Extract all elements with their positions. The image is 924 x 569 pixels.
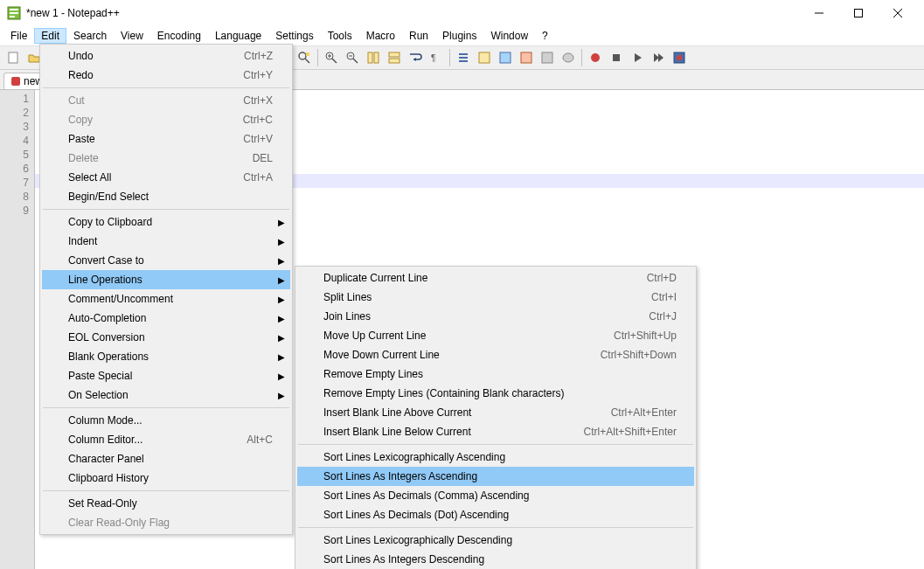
sync-h-icon[interactable] xyxy=(385,48,404,67)
play-macro-icon[interactable] xyxy=(628,48,647,67)
edit-item-paste[interactable]: PasteCtrl+V xyxy=(42,129,290,149)
menu-tools[interactable]: Tools xyxy=(321,28,359,44)
edit-item-character-panel[interactable]: Character Panel xyxy=(42,449,290,468)
menu-file[interactable]: File xyxy=(3,28,34,44)
play-multi-icon[interactable] xyxy=(649,48,668,67)
zoom-in-icon[interactable] xyxy=(322,48,341,67)
unsaved-indicator-icon xyxy=(11,77,20,86)
menu-item-shortcut: Ctrl+D xyxy=(647,272,677,284)
menu-bar: FileEditSearchViewEncodingLanguageSettin… xyxy=(0,26,924,45)
zoom-out-icon[interactable] xyxy=(343,48,362,67)
app-icon xyxy=(7,6,21,20)
folder-workspace-icon[interactable] xyxy=(559,48,578,67)
lineops-item-move-up-current-line[interactable]: Move Up Current LineCtrl+Shift+Up xyxy=(297,326,694,345)
sync-v-icon[interactable] xyxy=(364,48,383,67)
save-macro-icon[interactable] xyxy=(670,48,689,67)
svg-rect-2 xyxy=(10,12,18,14)
menu-[interactable]: ? xyxy=(535,28,555,44)
lineops-item-join-lines[interactable]: Join LinesCtrl+J xyxy=(297,307,694,326)
edit-item-begin-end-select[interactable]: Begin/End Select xyxy=(42,187,290,206)
edit-item-undo[interactable]: UndoCtrl+Z xyxy=(42,46,290,66)
menu-item-shortcut: Ctrl+X xyxy=(243,94,273,107)
menu-settings[interactable]: Settings xyxy=(268,28,320,44)
edit-item-set-read-only[interactable]: Set Read-Only xyxy=(42,494,290,513)
doc-map-icon[interactable] xyxy=(496,48,515,67)
edit-item-eol-conversion[interactable]: EOL Conversion▶ xyxy=(42,328,290,347)
indent-guide-icon[interactable] xyxy=(454,48,473,67)
func-list-icon[interactable] xyxy=(538,48,557,67)
edit-item-comment-uncomment[interactable]: Comment/Uncomment▶ xyxy=(42,289,290,309)
menu-item-label: Insert Blank Line Below Current xyxy=(323,426,558,438)
edit-item-line-operations[interactable]: Line Operations▶ xyxy=(42,270,290,289)
edit-item-select-all[interactable]: Select AllCtrl+A xyxy=(42,168,290,187)
svg-rect-56 xyxy=(613,54,620,61)
minimize-button[interactable] xyxy=(799,0,838,26)
record-macro-icon[interactable] xyxy=(586,48,605,67)
edit-item-column-mode[interactable]: Column Mode... xyxy=(42,411,290,430)
lineops-item-sort-lines-as-decimals-comma-ascending[interactable]: Sort Lines As Decimals (Comma) Ascending xyxy=(297,486,694,505)
menu-edit[interactable]: Edit xyxy=(34,28,66,44)
menu-run[interactable]: Run xyxy=(402,28,435,44)
menu-item-label: Auto-Completion xyxy=(68,312,273,324)
submenu-arrow-icon: ▶ xyxy=(278,333,285,343)
menu-plugins[interactable]: Plugins xyxy=(435,28,483,44)
menu-macro[interactable]: Macro xyxy=(359,28,402,44)
lineops-item-duplicate-current-line[interactable]: Duplicate Current LineCtrl+D xyxy=(297,268,694,288)
menu-view[interactable]: View xyxy=(114,28,150,44)
edit-item-redo[interactable]: RedoCtrl+Y xyxy=(42,66,290,85)
edit-item-blank-operations[interactable]: Blank Operations▶ xyxy=(42,347,290,366)
udl-icon[interactable] xyxy=(475,48,494,67)
edit-item-on-selection[interactable]: On Selection▶ xyxy=(42,385,290,405)
menu-item-label: Sort Lines Lexicographically Ascending xyxy=(323,451,677,463)
menu-item-label: Clear Read-Only Flag xyxy=(68,517,273,529)
submenu-arrow-icon: ▶ xyxy=(278,371,285,381)
edit-item-auto-completion[interactable]: Auto-Completion▶ xyxy=(42,309,290,328)
edit-item-convert-case-to[interactable]: Convert Case to▶ xyxy=(42,251,290,270)
lineops-item-sort-lines-as-integers-ascending[interactable]: Sort Lines As Integers Ascending xyxy=(297,467,694,486)
menu-item-label: Join Lines xyxy=(323,310,622,323)
lineops-item-split-lines[interactable]: Split LinesCtrl+I xyxy=(297,288,694,307)
menu-encoding[interactable]: Encoding xyxy=(150,28,208,44)
show-all-icon[interactable]: ¶ xyxy=(427,48,446,67)
lineops-item-sort-lines-lexicographically-ascending[interactable]: Sort Lines Lexicographically Ascending xyxy=(297,448,694,467)
lineops-item-insert-blank-line-below-current[interactable]: Insert Blank Line Below CurrentCtrl+Alt+… xyxy=(297,422,694,441)
edit-item-copy-to-clipboard[interactable]: Copy to Clipboard▶ xyxy=(42,212,290,232)
wrap-icon[interactable] xyxy=(406,48,425,67)
close-button[interactable] xyxy=(878,0,917,26)
submenu-arrow-icon: ▶ xyxy=(278,295,285,304)
edit-item-indent[interactable]: Indent▶ xyxy=(42,232,290,251)
edit-item-clipboard-history[interactable]: Clipboard History xyxy=(42,468,290,488)
edit-item-column-editor[interactable]: Column Editor...Alt+C xyxy=(42,430,290,449)
menu-item-label: Indent xyxy=(68,235,273,247)
stop-macro-icon[interactable] xyxy=(607,48,626,67)
lineops-item-move-down-current-line[interactable]: Move Down Current LineCtrl+Shift+Down xyxy=(297,345,694,364)
menu-item-label: Sort Lines As Decimals (Comma) Ascending xyxy=(323,489,677,502)
menu-item-shortcut: Ctrl+Alt+Enter xyxy=(611,406,677,419)
menu-item-label: Remove Empty Lines (Containing Blank cha… xyxy=(323,387,677,399)
line-number: 1 xyxy=(2,92,29,106)
submenu-arrow-icon: ▶ xyxy=(278,314,285,323)
lineops-item-sort-lines-lexicographically-descending[interactable]: Sort Lines Lexicographically Descending xyxy=(297,531,694,550)
lineops-item-insert-blank-line-above-current[interactable]: Insert Blank Line Above CurrentCtrl+Alt+… xyxy=(297,403,694,422)
lineops-item-remove-empty-lines[interactable]: Remove Empty Lines xyxy=(297,364,694,384)
submenu-arrow-icon: ▶ xyxy=(278,218,285,227)
menu-language[interactable]: Language xyxy=(208,28,268,44)
edit-item-paste-special[interactable]: Paste Special▶ xyxy=(42,366,290,385)
lineops-item-sort-lines-as-integers-descending[interactable]: Sort Lines As Integers Descending xyxy=(297,550,694,569)
lineops-item-remove-empty-lines-containing-blank-characters[interactable]: Remove Empty Lines (Containing Blank cha… xyxy=(297,384,694,403)
new-file-icon[interactable] xyxy=(3,48,23,67)
menu-search[interactable]: Search xyxy=(66,28,114,44)
menu-item-shortcut: Alt+C xyxy=(247,434,273,446)
replace-icon[interactable] xyxy=(295,48,314,67)
svg-point-32 xyxy=(299,52,306,59)
edit-separator xyxy=(43,407,289,408)
menu-item-label: Sort Lines As Integers Ascending xyxy=(323,470,677,482)
menu-item-label: Redo xyxy=(68,69,217,81)
svg-rect-44 xyxy=(389,52,399,57)
svg-line-38 xyxy=(332,59,337,63)
maximize-button[interactable] xyxy=(838,0,878,26)
edit-separator xyxy=(43,490,289,491)
menu-window[interactable]: Window xyxy=(483,28,535,44)
lineops-item-sort-lines-as-decimals-dot-ascending[interactable]: Sort Lines As Decimals (Dot) Ascending xyxy=(297,505,694,524)
doc-list-icon[interactable] xyxy=(517,48,536,67)
